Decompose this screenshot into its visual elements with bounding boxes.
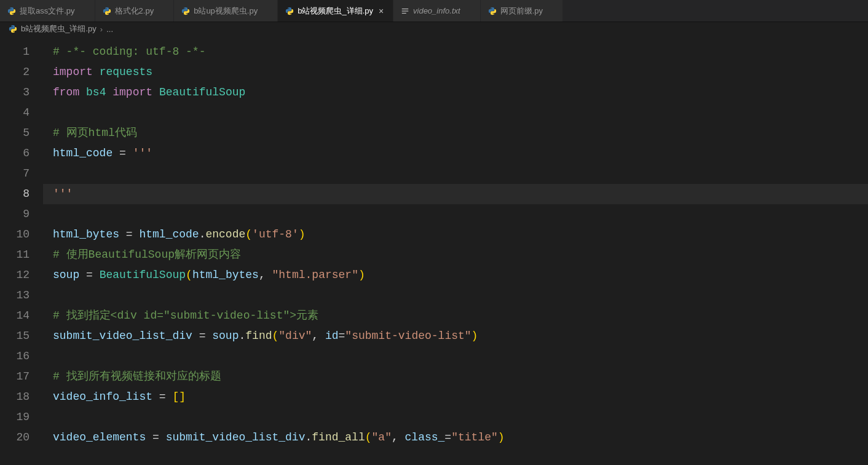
code-token: submit_video_list_div xyxy=(166,431,306,443)
breadcrumb-trail[interactable]: ... xyxy=(106,25,113,34)
code-line[interactable]: soup = BeautifulSoup(html_bytes, "html.p… xyxy=(43,265,868,285)
line-number: 16 xyxy=(0,346,43,367)
text-file-icon xyxy=(401,7,409,15)
code-line[interactable]: # -*- coding: utf-8 -*- xyxy=(43,42,868,62)
code-token: ( xyxy=(245,228,252,240)
code-line[interactable] xyxy=(43,346,868,367)
code-token: ) xyxy=(498,431,505,443)
code-line[interactable] xyxy=(43,285,868,306)
code-line[interactable]: from bs4 import BeautifulSoup xyxy=(43,82,868,103)
code-token: "html.parser" xyxy=(272,269,358,281)
code-token: import xyxy=(53,66,93,78)
code-token: requests xyxy=(100,66,152,78)
line-number: 1 xyxy=(0,42,43,62)
code-line[interactable]: video_elements = submit_video_list_div.f… xyxy=(43,427,868,448)
code-token: find xyxy=(245,330,272,342)
breadcrumb[interactable]: b站视频爬虫_详细.py › ... xyxy=(0,22,868,36)
code-token: video_elements xyxy=(53,431,146,443)
code-token: [ xyxy=(172,391,179,403)
code-line[interactable]: submit_video_list_div = soup.find("div",… xyxy=(43,326,868,346)
line-number: 14 xyxy=(0,306,43,326)
tab-label: b站视频爬虫_详细.py xyxy=(298,6,373,17)
code-token: = xyxy=(152,391,172,403)
code-token: . xyxy=(239,330,245,342)
code-token: = xyxy=(146,431,165,443)
tab-0[interactable]: 提取ass文件.py× xyxy=(0,0,95,22)
code-token: html_code xyxy=(139,228,199,240)
code-token: . xyxy=(305,431,312,443)
code-line[interactable] xyxy=(43,164,868,184)
breadcrumb-separator: › xyxy=(100,25,103,34)
code-token: BeautifulSoup xyxy=(159,86,245,98)
python-icon xyxy=(285,7,294,15)
code-editor[interactable]: 1234567891011121314151617181920 # -*- co… xyxy=(0,36,868,465)
code-token: ) xyxy=(358,269,365,281)
code-line[interactable]: video_info_list = [] xyxy=(43,387,868,407)
code-line[interactable]: ''' xyxy=(43,184,868,204)
tab-bar: 提取ass文件.py×格式化2.py×b站up视频爬虫.py×b站视频爬虫_详细… xyxy=(0,0,868,22)
code-line[interactable] xyxy=(43,204,868,225)
tab-label: 提取ass文件.py xyxy=(20,6,75,17)
line-number: 2 xyxy=(0,62,43,82)
code-token xyxy=(152,86,159,98)
code-line[interactable]: # 找到指定<div id="submit-video-list">元素 xyxy=(43,306,868,326)
code-token: , xyxy=(392,431,405,443)
python-icon xyxy=(488,7,497,15)
code-line[interactable] xyxy=(43,103,868,123)
code-token: ( xyxy=(186,269,192,281)
close-icon[interactable]: × xyxy=(377,7,385,15)
code-line[interactable] xyxy=(43,407,868,427)
line-number: 4 xyxy=(0,103,43,123)
code-token: soup xyxy=(53,269,79,281)
code-token: # 网页html代码 xyxy=(53,127,137,139)
code-token: , xyxy=(259,269,272,281)
code-token: ''' xyxy=(133,147,152,159)
code-token: = xyxy=(79,269,99,281)
python-icon xyxy=(9,25,17,33)
line-number: 12 xyxy=(0,265,43,285)
code-token: submit_video_list_div xyxy=(53,330,192,342)
code-token: import xyxy=(112,86,152,98)
line-number: 8 xyxy=(0,184,43,204)
code-line[interactable]: # 网页html代码 xyxy=(43,123,868,143)
tab-5[interactable]: 网页前缀.py× xyxy=(481,0,563,22)
line-number-gutter: 1234567891011121314151617181920 xyxy=(0,36,43,465)
code-token: ''' xyxy=(53,188,73,200)
code-token: from xyxy=(53,86,79,98)
tab-2[interactable]: b站up视频爬虫.py× xyxy=(174,0,278,22)
tab-label: b站up视频爬虫.py xyxy=(194,6,258,17)
line-number: 5 xyxy=(0,123,43,143)
code-token: id xyxy=(325,330,339,342)
python-icon xyxy=(103,7,111,15)
code-token: = xyxy=(339,330,345,342)
code-token: = xyxy=(192,330,212,342)
code-token: html_bytes xyxy=(192,269,259,281)
code-line[interactable]: # 使用BeautifulSoup解析网页内容 xyxy=(43,245,868,265)
code-line[interactable]: html_bytes = html_code.encode('utf-8') xyxy=(43,225,868,245)
code-token: "submit-video-list" xyxy=(345,330,471,342)
tab-3[interactable]: b站视频爬虫_详细.py× xyxy=(278,0,393,22)
code-token: # -*- coding: utf-8 -*- xyxy=(53,46,205,58)
code-token: . xyxy=(199,228,206,240)
code-token: # 找到指定<div id="submit-video-list">元素 xyxy=(53,309,318,322)
code-token: # 找到所有视频链接和对应的标题 xyxy=(53,370,221,383)
code-token: "a" xyxy=(372,431,392,443)
tab-4[interactable]: video_info.txt× xyxy=(393,0,481,22)
code-token: find_all xyxy=(312,431,365,443)
line-number: 7 xyxy=(0,164,43,184)
code-token: html_code xyxy=(53,147,112,159)
line-number: 9 xyxy=(0,204,43,225)
tab-1[interactable]: 格式化2.py× xyxy=(95,0,175,22)
code-token: 'utf-8' xyxy=(252,228,299,240)
code-token xyxy=(93,66,100,78)
code-area[interactable]: # -*- coding: utf-8 -*-import requestsfr… xyxy=(43,36,868,465)
code-line[interactable]: # 找到所有视频链接和对应的标题 xyxy=(43,367,868,387)
code-token: ) xyxy=(299,228,306,240)
code-token: = xyxy=(444,431,451,443)
code-line[interactable]: import requests xyxy=(43,62,868,82)
code-line[interactable]: html_code = ''' xyxy=(43,143,868,164)
breadcrumb-file[interactable]: b站视频爬虫_详细.py xyxy=(21,23,97,34)
code-token: ) xyxy=(471,330,478,342)
code-token: ] xyxy=(179,391,186,403)
code-token: ( xyxy=(365,431,372,443)
